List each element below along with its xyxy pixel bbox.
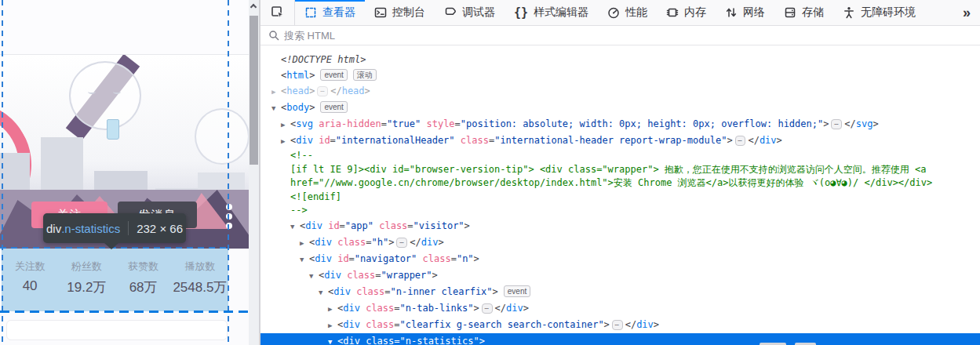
tab-无障碍环境[interactable]: 无障碍环境 [833, 0, 925, 25]
code-segment-val: "true" [387, 118, 421, 129]
memory-icon [666, 6, 679, 19]
code-segment-tag: div [305, 220, 322, 231]
more-menu-icon[interactable] [224, 202, 234, 231]
tab-控制台[interactable]: 控制台 [365, 0, 435, 25]
page-scrollbar[interactable] [249, 0, 259, 345]
expand-arrow-icon[interactable]: ▼ [319, 285, 328, 300]
collapsed-content-icon[interactable]: ⋯ [396, 238, 407, 248]
code-segment-tag: div [636, 319, 654, 330]
code-segment-tag: div [343, 336, 360, 345]
code-segment-p: > [777, 135, 782, 146]
banner-cat-face [195, 108, 249, 165]
code-segment-tag: head [342, 85, 365, 96]
dom-tree-row[interactable]: ▶<div class="n-tab-links">⋯</div> [260, 300, 980, 317]
tab-网络[interactable]: 网络 [716, 0, 774, 25]
expand-arrow-icon[interactable]: ▶ [328, 301, 337, 317]
dom-tree-row[interactable]: ▶<div id="internationalHeader" class="in… [260, 133, 980, 149]
expand-arrow-icon[interactable]: ▶ [300, 235, 309, 251]
code-segment-p: > [727, 135, 732, 146]
code-segment-p: = [394, 336, 399, 345]
dom-tree-row[interactable]: <!DOCTYPE html> [260, 52, 980, 67]
expand-arrow-icon[interactable]: ▼ [309, 268, 319, 284]
inspected-page: 关注数40粉丝数19.2万获赞数68万播放数2548.5万 关注 发消息 div… [0, 0, 260, 345]
dom-tree-row[interactable]: ▼<body>event [260, 100, 980, 116]
collapsed-content-icon[interactable]: ⋯ [317, 86, 328, 96]
expand-arrow-icon[interactable]: ▶ [328, 318, 337, 333]
dom-tree-row[interactable]: ▶<head>⋯</head> [260, 83, 980, 100]
dom-tree-row[interactable]: ▶<svg aria-hidden="true" style="position… [260, 116, 980, 133]
code-segment-p: > [365, 85, 370, 96]
dom-tree-row[interactable]: ▶<div class="clearfix g-search search-co… [260, 317, 980, 333]
code-segment-tag: div [421, 237, 439, 248]
tab-调试器[interactable]: 调试器 [435, 0, 505, 25]
dom-tree-row[interactable]: ▼<div id="app" class="visitor"> [260, 218, 980, 234]
code-segment-tag: body [286, 102, 309, 113]
element-picker-icon [271, 5, 285, 20]
code-segment-com: [if lt IE 9]><div id="browser-version-ti… [290, 164, 927, 175]
expand-arrow-icon[interactable]: ▼ [300, 252, 309, 267]
cat-eye [113, 89, 121, 94]
collapsed-content-icon[interactable]: ⋯ [482, 303, 493, 314]
expand-arrow-icon[interactable]: ▶ [281, 133, 290, 149]
stat-item[interactable]: 播放数2548.5万 [172, 249, 228, 311]
code-segment-p: </ [410, 237, 421, 248]
scrollbar-thumb[interactable] [250, 16, 258, 165]
search-icon [268, 30, 279, 41]
tab-性能[interactable]: 性能 [598, 0, 657, 25]
code-segment-p: > [438, 237, 443, 248]
dom-tree-row[interactable]: [if lt IE 9]><div id="browser-version-ti… [260, 163, 980, 177]
scrollbar-up-arrow-icon[interactable] [250, 4, 257, 10]
stat-label: 获赞数 [115, 260, 172, 274]
page-top-whitespace [0, 0, 249, 55]
code-segment-tag: div [296, 135, 313, 146]
code-segment-p: = [349, 253, 355, 264]
dom-tree-row[interactable]: <html>event滚动 [260, 67, 980, 83]
search-html-input[interactable] [284, 30, 833, 42]
code-segment-tag: div [315, 237, 332, 248]
code-segment-attr: id [337, 253, 348, 264]
tab-内存[interactable]: 内存 [657, 0, 716, 25]
expand-arrow-icon[interactable]: ▼ [271, 100, 281, 116]
code-segment-doctype: <!DOCTYPE html> [281, 54, 366, 65]
expand-arrow-icon[interactable]: ▼ [328, 334, 337, 345]
tab-label: 样式编辑器 [534, 5, 588, 20]
code-segment-tag: head [286, 85, 309, 96]
code-segment-p: = [455, 118, 461, 129]
element-picker-button[interactable] [260, 0, 295, 25]
expand-arrow-icon[interactable]: ▶ [281, 117, 290, 133]
collapsed-content-icon[interactable]: ⋯ [735, 136, 746, 146]
code-segment-p: = [366, 237, 371, 248]
code-segment-p: </ [330, 85, 341, 96]
dom-tree-row[interactable]: ▼<div class="wrapper"> [260, 267, 980, 284]
collapsed-content-icon[interactable]: ⋯ [831, 119, 842, 129]
badge-event[interactable]: event [320, 101, 347, 113]
more-tabs-button[interactable]: » [952, 0, 980, 25]
dom-tree-row[interactable]: ▶<div class="h">⋯</div> [260, 234, 980, 251]
tab-label: 网络 [743, 5, 765, 20]
badge-滚动[interactable]: 滚动 [353, 69, 377, 81]
stat-item[interactable]: 获赞数68万 [115, 249, 172, 311]
expand-arrow-icon[interactable]: ▶ [271, 84, 281, 100]
code-segment-p [417, 253, 422, 264]
code-segment-p: = [451, 253, 457, 264]
expand-arrow-icon[interactable]: ▼ [290, 219, 300, 234]
dom-tree-row[interactable]: ▼<div class="n-inner clearfix">event [260, 284, 980, 300]
stat-item[interactable]: 关注数40 [2, 249, 58, 311]
badge-event[interactable]: event [320, 69, 347, 81]
devtools-toolbar: 查看器控制台调试器{}样式编辑器性能内存网络存储无障碍环境 » [260, 0, 980, 26]
dom-tree-row[interactable]: <![endif] [260, 191, 980, 205]
stat-item[interactable]: 粉丝数19.2万 [58, 249, 115, 311]
stat-value: 40 [2, 278, 58, 294]
dom-tree-row[interactable]: ▼<div id="navigator" class="n"> [260, 251, 980, 267]
code-segment-val: "n" [457, 253, 474, 264]
dom-tree-row-selected[interactable]: ▼<div class="n-statistics"> [260, 333, 980, 345]
tab-样式编辑器[interactable]: {}样式编辑器 [505, 0, 598, 25]
collapsed-content-icon[interactable]: ⋯ [612, 320, 623, 330]
dom-tree-row[interactable]: href="//www.google.cn/chrome/browser/des… [260, 176, 980, 191]
dom-tree-row[interactable]: --> [260, 204, 980, 218]
badge-event[interactable]: event [504, 285, 530, 297]
tab-查看器[interactable]: 查看器 [295, 0, 365, 25]
tab-存储[interactable]: 存储 [774, 0, 833, 25]
code-segment-val: "h" [372, 237, 389, 248]
dom-tree-row[interactable]: <!-- [260, 149, 980, 163]
